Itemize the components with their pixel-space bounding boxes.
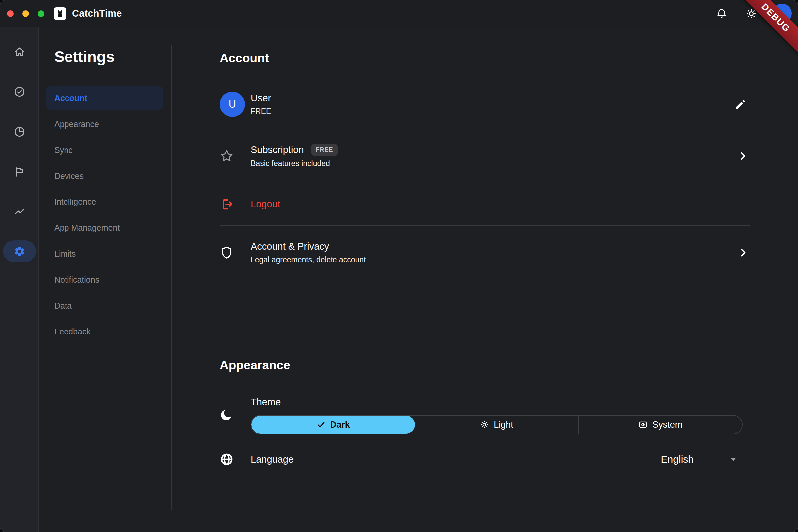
settings-nav: Settings Account Appearance Sync Devices… bbox=[39, 27, 172, 532]
nav-item-feedback[interactable]: Feedback bbox=[46, 320, 163, 343]
privacy-subtitle: Legal agreements, delete account bbox=[251, 255, 736, 264]
chevron-right-icon bbox=[736, 247, 750, 258]
nav-item-sync[interactable]: Sync bbox=[46, 138, 163, 162]
traffic-lights bbox=[7, 10, 44, 17]
user-plan: FREE bbox=[251, 107, 730, 116]
logout-icon bbox=[220, 197, 251, 211]
subscription-subtitle: Basic features included bbox=[251, 159, 736, 168]
chevron-right-icon bbox=[736, 151, 750, 161]
check-circle-icon[interactable] bbox=[3, 81, 36, 103]
icon-rail bbox=[0, 27, 39, 532]
divider bbox=[220, 494, 750, 494]
home-icon[interactable] bbox=[3, 41, 36, 63]
nav-item-limits[interactable]: Limits bbox=[46, 242, 163, 265]
sun-icon bbox=[480, 420, 489, 429]
settings-content: Account U User FREE bbox=[172, 27, 798, 532]
pencil-icon[interactable] bbox=[730, 98, 750, 111]
divider bbox=[220, 295, 750, 295]
subscription-row[interactable]: Subscription FREE Basic features include… bbox=[220, 129, 750, 183]
nav-item-app-management[interactable]: App Management bbox=[46, 216, 163, 240]
nav-item-account[interactable]: Account bbox=[46, 87, 163, 110]
language-row: Language English bbox=[220, 448, 750, 471]
close-window-button[interactable] bbox=[7, 10, 14, 17]
subscription-badge: FREE bbox=[311, 144, 338, 156]
logout-label: Logout bbox=[251, 199, 280, 210]
user-profile-row: U User FREE bbox=[220, 80, 750, 129]
theme-option-dark[interactable]: Dark bbox=[251, 416, 415, 434]
settings-title: Settings bbox=[39, 48, 172, 65]
gear-icon[interactable] bbox=[3, 241, 36, 262]
titlebar: CatchTime bbox=[0, 0, 798, 27]
appearance-section-heading: Appearance bbox=[220, 358, 750, 374]
language-value: English bbox=[661, 454, 694, 465]
theme-row: Theme Dark Light bbox=[220, 395, 750, 434]
language-label: Language bbox=[251, 454, 293, 465]
flag-icon[interactable] bbox=[3, 160, 36, 183]
minimize-window-button[interactable] bbox=[22, 10, 29, 17]
subscription-title: Subscription bbox=[251, 144, 304, 155]
nav-item-notifications[interactable]: Notifications bbox=[46, 268, 163, 291]
account-privacy-row[interactable]: Account & Privacy Legal agreements, dele… bbox=[220, 226, 750, 295]
nav-item-appearance[interactable]: Appearance bbox=[46, 112, 163, 136]
app-window: CatchTime DEBUG bbox=[0, 0, 798, 532]
avatar: U bbox=[220, 92, 245, 117]
display-brightness-icon bbox=[639, 420, 648, 429]
theme-segmented-control: Dark Light bbox=[251, 415, 743, 434]
nav-item-intelligence[interactable]: Intelligence bbox=[46, 190, 163, 213]
globe-icon bbox=[220, 452, 251, 466]
nav-item-data[interactable]: Data bbox=[46, 294, 163, 317]
nav-item-devices[interactable]: Devices bbox=[46, 164, 163, 188]
pie-chart-icon[interactable] bbox=[3, 121, 36, 142]
settings-nav-list: Account Appearance Sync Devices Intellig… bbox=[39, 87, 172, 343]
zoom-window-button[interactable] bbox=[38, 10, 44, 17]
account-section-heading: Account bbox=[220, 50, 750, 66]
app-title: CatchTime bbox=[72, 8, 122, 19]
screen: CatchTime DEBUG bbox=[0, 0, 798, 532]
logout-row[interactable]: Logout bbox=[220, 183, 750, 225]
theme-option-light[interactable]: Light bbox=[415, 416, 579, 434]
user-name: User bbox=[251, 93, 730, 104]
bell-icon[interactable] bbox=[715, 7, 728, 20]
moon-icon bbox=[220, 395, 251, 434]
trending-up-icon[interactable] bbox=[3, 201, 36, 223]
shield-icon bbox=[220, 246, 251, 260]
star-icon bbox=[220, 149, 251, 163]
check-icon bbox=[316, 420, 325, 429]
cat-logo-icon bbox=[54, 7, 66, 20]
caret-down-icon bbox=[728, 454, 739, 464]
privacy-title: Account & Privacy bbox=[251, 241, 736, 252]
language-select[interactable]: English bbox=[661, 454, 750, 465]
theme-option-system[interactable]: System bbox=[578, 416, 742, 434]
theme-label: Theme bbox=[251, 395, 750, 409]
